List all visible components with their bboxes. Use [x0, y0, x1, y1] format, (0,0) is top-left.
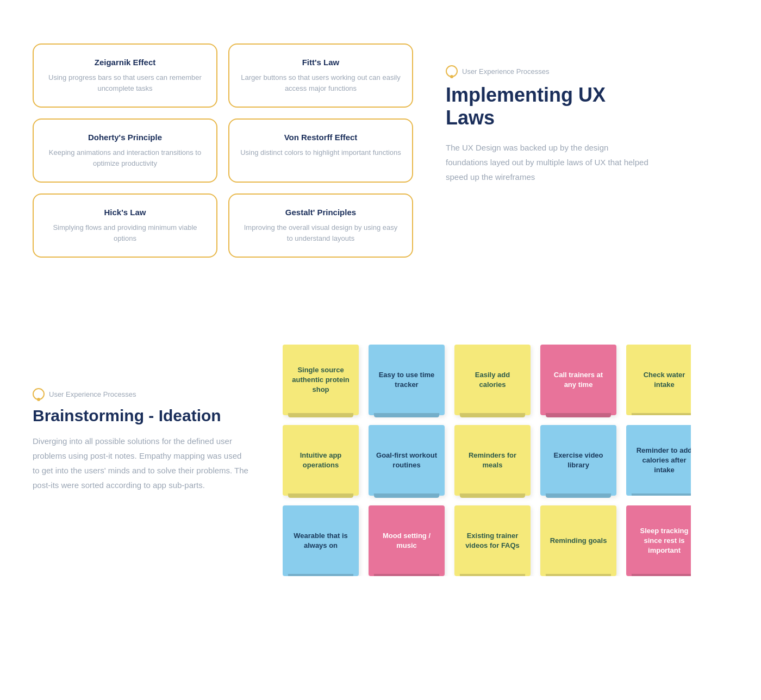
brainstorm-info: User Experience Processes Brainstorming … [33, 345, 250, 576]
sticky-note-6: Intuitive app operations [283, 425, 359, 496]
law-card-doherty: Doherty's Principle Keeping animations a… [33, 118, 217, 183]
sticky-note-12: Mood setting / music [369, 505, 445, 576]
tag-text: User Experience Processes [462, 67, 549, 76]
sticky-note-4: Call trainers at any time [540, 345, 616, 415]
sticky-note-13: Existing trainer videos for FAQs [454, 505, 531, 576]
law-desc-zeigarnik: Using progress bars so that users can re… [45, 72, 205, 93]
laws-grid: Zeigarnik Effect Using progress bars so … [33, 43, 413, 258]
brainstorm-tag-icon [33, 388, 45, 400]
law-desc-hicks: Simplying flows and providing minimum vi… [45, 222, 205, 243]
sticky-note-2: Easy to use time tracker [369, 345, 445, 415]
law-title-fitts: Fitt's Law [240, 58, 401, 67]
law-desc-doherty: Keeping animations and interaction trans… [45, 147, 205, 168]
sticky-note-1: Single source authentic protein shop [283, 345, 359, 415]
law-title-vonrestorff: Von Restorff Effect [240, 133, 401, 142]
sticky-note-11: Wearable that is always on [283, 505, 359, 576]
law-card-zeigarnik: Zeigarnik Effect Using progress bars so … [33, 43, 217, 108]
tag-icon [446, 65, 458, 77]
law-card-gestalt: Gestalt' Principles Improving the overal… [228, 193, 413, 258]
law-title-doherty: Doherty's Principle [45, 133, 205, 142]
bottom-section: User Experience Processes Brainstorming … [0, 312, 761, 609]
brainstorm-tag-text: User Experience Processes [49, 390, 136, 398]
brainstorm-title: Brainstorming - Ideation [33, 407, 250, 425]
sticky-note-10: Reminder to add calories after intake [626, 425, 702, 496]
ux-laws-title: Implementing UX Laws [446, 84, 652, 129]
law-desc-fitts: Larger buttons so that users working out… [240, 72, 401, 93]
top-section: Zeigarnik Effect Using progress bars so … [0, 0, 761, 290]
brainstorm-tag: User Experience Processes [33, 388, 250, 400]
brainstorm-body: Diverging into all possible solutions fo… [33, 434, 250, 492]
sticky-grid: Single source authentic protein shopEasy… [283, 345, 728, 576]
ux-laws-tag: User Experience Processes [446, 65, 652, 77]
sticky-note-9: Exercise video library [540, 425, 616, 496]
sticky-note-8: Reminders for meals [454, 425, 531, 496]
law-card-hicks: Hick's Law Simplying flows and providing… [33, 193, 217, 258]
law-title-gestalt: Gestalt' Principles [240, 208, 401, 217]
law-card-vonrestorff: Von Restorff Effect Using distinct color… [228, 118, 413, 183]
sticky-note-14: Reminding goals [540, 505, 616, 576]
sticky-notes-area: Single source authentic protein shopEasy… [283, 345, 728, 576]
sticky-note-3: Easily add calories [454, 345, 531, 415]
law-title-hicks: Hick's Law [45, 208, 205, 217]
law-desc-vonrestorff: Using distinct colors to highlight impor… [240, 147, 401, 158]
sticky-note-15: Sleep tracking since rest is important [626, 505, 702, 576]
ux-laws-body: The UX Design was backed up by the desig… [446, 140, 652, 184]
law-desc-gestalt: Improving the overall visual design by u… [240, 222, 401, 243]
law-title-zeigarnik: Zeigarnik Effect [45, 58, 205, 67]
ux-laws-info: User Experience Processes Implementing U… [446, 43, 652, 258]
law-card-fitts: Fitt's Law Larger buttons so that users … [228, 43, 413, 108]
sticky-note-7: Goal-first workout routines [369, 425, 445, 496]
sticky-note-5: Check water intake [626, 345, 702, 415]
